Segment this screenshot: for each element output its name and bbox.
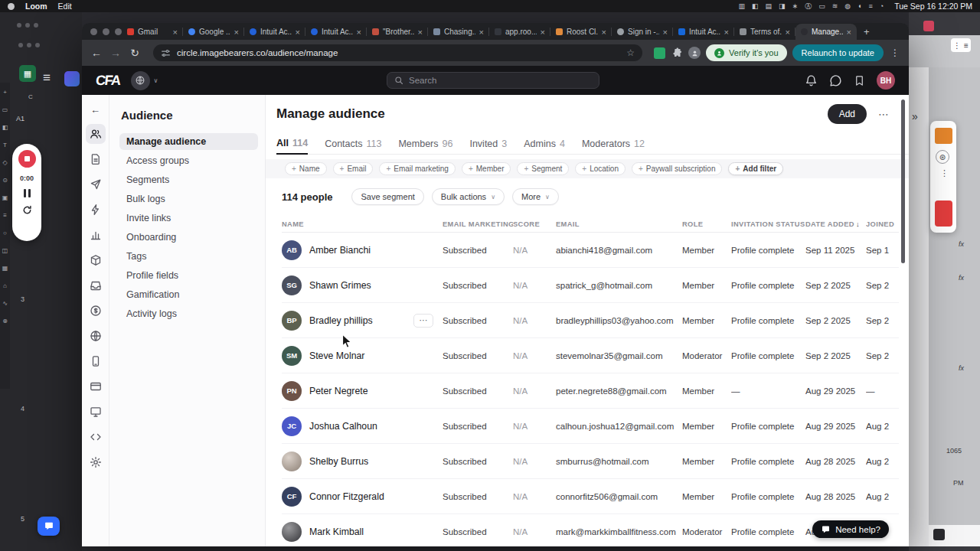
- tab-close-icon[interactable]: ×: [357, 28, 361, 37]
- browser-tab[interactable]: Gmail×: [122, 24, 183, 40]
- browser-tab-active[interactable]: Manage...×: [795, 24, 857, 40]
- card-kebab[interactable]: ⋮: [940, 168, 949, 178]
- table-row[interactable]: ABAmber Bianchi SubscribedN/Aabianchi418…: [282, 233, 899, 268]
- side-panel-expand-icon[interactable]: »: [912, 110, 918, 122]
- relaunch-to-update-button[interactable]: Relaunch to update: [792, 44, 884, 61]
- rail-item-mobile-app[interactable]: [86, 351, 106, 371]
- tab-close-icon[interactable]: ×: [602, 28, 606, 37]
- filter-chip-paywall-subscription[interactable]: +Paywall subscription: [632, 162, 722, 175]
- rail-item-settings[interactable]: [86, 452, 106, 472]
- tab-moderators[interactable]: Moderators12: [582, 133, 645, 155]
- tool-icon[interactable]: ▦: [2, 265, 8, 272]
- sidebar-item-gamification[interactable]: Gamification: [119, 286, 258, 303]
- table-row[interactable]: Mark Kimball SubscribedN/Amark@markkimba…: [282, 514, 899, 546]
- menubar-clock[interactable]: Tue Sep 16 12:20 PM: [894, 2, 972, 11]
- tab-close-icon[interactable]: ×: [724, 28, 729, 37]
- verify-identity-button[interactable]: Verify it's you: [706, 44, 786, 61]
- tab-members[interactable]: Members96: [398, 133, 452, 155]
- hamburger-icon[interactable]: ≡: [964, 41, 969, 50]
- browser-tab[interactable]: Google ...×: [183, 24, 244, 40]
- browser-tab[interactable]: Intuit Ac...×: [244, 24, 305, 40]
- tool-icon[interactable]: ◧: [2, 124, 8, 131]
- sidebar-item-profile-fields[interactable]: Profile fields: [119, 267, 258, 284]
- table-row[interactable]: JCJoshua Calhoun SubscribedN/Acalhoun.jo…: [282, 409, 899, 444]
- filter-chip-member[interactable]: +Member: [462, 162, 511, 175]
- rail-item-branding[interactable]: [86, 402, 106, 422]
- menubar-menu-edit[interactable]: Edit: [58, 2, 72, 11]
- tool-icon[interactable]: ▭: [2, 106, 8, 113]
- menubar-status-icon-8[interactable]: ≋: [832, 2, 838, 10]
- tab-close-icon[interactable]: ×: [479, 28, 484, 37]
- filter-chip-segment[interactable]: +Segment: [517, 162, 569, 175]
- browser-menu-kebab[interactable]: ⋮: [890, 47, 900, 58]
- menubar-status-icon-7[interactable]: ▭: [818, 2, 825, 10]
- window-controls[interactable]: [90, 28, 122, 35]
- loom-stop-button[interactable]: [18, 150, 36, 168]
- vertical-scrollbar[interactable]: [901, 99, 905, 263]
- browser-tab[interactable]: Chasing...×: [428, 24, 489, 40]
- add-filter-button[interactable]: +Add filter: [728, 162, 783, 175]
- url-text[interactable]: circle.imagebearers.co/audience/manage: [177, 48, 620, 57]
- col-score[interactable]: Score: [513, 220, 556, 228]
- site-settings-icon[interactable]: [161, 48, 171, 58]
- menubar-status-icon-6[interactable]: Ⓐ: [805, 2, 812, 11]
- browser-tab[interactable]: Terms of...×: [734, 24, 795, 40]
- sidebar-item-tags[interactable]: Tags: [119, 248, 258, 265]
- sidebar-item-activity-logs[interactable]: Activity logs: [119, 305, 258, 322]
- tab-close-icon[interactable]: ×: [173, 28, 178, 37]
- need-help-button[interactable]: Need help?: [812, 520, 889, 538]
- back-arrow-icon[interactable]: ←: [90, 104, 100, 116]
- rail-item-site[interactable]: [86, 326, 106, 346]
- bookmark-icon[interactable]: [854, 75, 865, 86]
- col-role[interactable]: Role: [682, 220, 731, 228]
- table-row-hovered[interactable]: BPBradley phillips⋯ SubscribedN/Abradley…: [282, 303, 899, 338]
- chevron-down-icon[interactable]: ∨: [154, 77, 158, 84]
- rail-item-workflows[interactable]: [86, 200, 106, 220]
- browser-tab[interactable]: app.roo...×: [489, 24, 550, 40]
- rail-item-analytics[interactable]: [86, 225, 106, 245]
- page-more-kebab[interactable]: ⋯: [878, 108, 889, 120]
- notifications-bell-icon[interactable]: [805, 74, 818, 87]
- minimize-window-button[interactable]: [103, 28, 109, 35]
- filter-chip-name[interactable]: +Name: [285, 162, 327, 175]
- col-email-marketing[interactable]: Email marketing: [443, 220, 513, 228]
- tool-icon[interactable]: ◫: [2, 247, 8, 254]
- tab-close-icon[interactable]: ×: [296, 28, 300, 37]
- sidebar-item-bulk-logs[interactable]: Bulk logs: [119, 191, 258, 207]
- sidebar-item-manage-audience[interactable]: Manage audience: [119, 133, 258, 150]
- menubar-status-icon-1[interactable]: ▥: [739, 2, 746, 10]
- tab-close-icon[interactable]: ×: [541, 28, 545, 37]
- zoom-window-button[interactable]: [115, 28, 122, 35]
- red-record-button[interactable]: [935, 201, 952, 227]
- tab-all[interactable]: All114: [276, 133, 308, 155]
- rail-item-content[interactable]: [86, 149, 106, 169]
- tool-icon[interactable]: ≡: [3, 212, 7, 219]
- browser-tab[interactable]: Roost Cl...×: [550, 24, 612, 40]
- loom-pause-button[interactable]: [24, 189, 31, 197]
- tool-icon[interactable]: +: [3, 89, 7, 96]
- rail-item-developers[interactable]: [86, 427, 106, 447]
- tool-icon[interactable]: ▣: [2, 194, 8, 201]
- rail-item-inbox[interactable]: [86, 276, 106, 295]
- loom-restart-button[interactable]: [21, 204, 33, 219]
- filter-chip-email-marketing[interactable]: +Email marketing: [379, 162, 456, 175]
- extensions-puzzle-icon[interactable]: [671, 47, 683, 59]
- menubar-status-icon-9[interactable]: ◍: [844, 2, 851, 10]
- community-logo[interactable]: CFA: [95, 73, 121, 89]
- col-joined[interactable]: Joined: [866, 220, 899, 228]
- menubar-app-name[interactable]: Loom: [25, 2, 47, 11]
- menubar-status-icon-10[interactable]: ◖: [858, 2, 861, 10]
- tab-invited[interactable]: Invited3: [469, 133, 507, 155]
- save-segment-button[interactable]: Save segment: [351, 188, 423, 205]
- rail-item-audience[interactable]: [86, 124, 106, 144]
- col-name[interactable]: Name: [282, 220, 443, 228]
- rail-item-payments[interactable]: [86, 301, 106, 321]
- menubar-status-icon-3[interactable]: ▤: [766, 2, 773, 10]
- forward-button[interactable]: →: [109, 47, 122, 59]
- extension-icon-green[interactable]: [654, 47, 665, 59]
- sidebar-item-onboarding[interactable]: Onboarding: [119, 229, 258, 246]
- col-invitation-status[interactable]: Invitation status: [731, 220, 805, 228]
- chat-dock-button[interactable]: [38, 517, 60, 536]
- tab-contacts[interactable]: Contacts113: [325, 133, 381, 155]
- tool-icon[interactable]: ⌂: [3, 282, 7, 289]
